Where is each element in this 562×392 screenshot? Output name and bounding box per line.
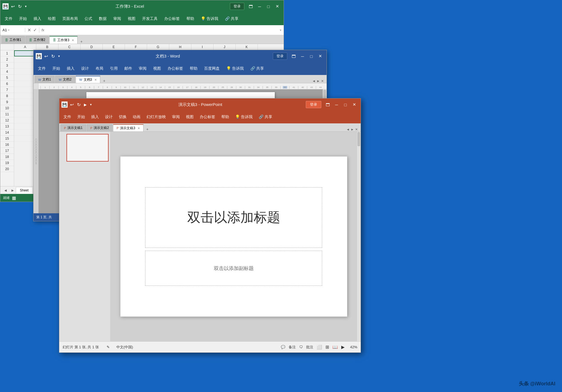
excel-menu-formula[interactable]: 公式 (81, 15, 96, 23)
row-5[interactable]: 5 (0, 75, 14, 81)
cell-A3[interactable] (14, 63, 36, 69)
row-20[interactable]: 20 (0, 166, 14, 172)
ppt-menu-view[interactable]: 视图 (183, 113, 197, 121)
excel-menu-officetab[interactable]: 办公标签 (161, 15, 183, 23)
row-11[interactable]: 11 (0, 111, 14, 117)
word-maximize-icon[interactable]: □ (307, 52, 315, 60)
ppt-login-button[interactable]: 登录 (306, 101, 321, 108)
word-menu-file[interactable]: 文件 (35, 64, 49, 73)
row-12[interactable]: 12 (0, 117, 14, 123)
excel-col-C[interactable]: C (58, 44, 81, 50)
word-menu-review[interactable]: 审阅 (135, 64, 150, 73)
word-tabs-scroll-left[interactable]: ◄ (312, 79, 315, 83)
excel-menu-start[interactable]: 开始 (16, 15, 30, 23)
excel-more-icon[interactable]: ▾ (24, 4, 27, 9)
word-menu-insert[interactable]: 插入 (63, 64, 78, 73)
ppt-minimize-icon[interactable]: ─ (332, 100, 341, 109)
ppt-tabs-scroll-right[interactable]: ► (351, 128, 354, 131)
excel-menu-review[interactable]: 审阅 (110, 15, 124, 23)
word-tab-2[interactable]: W 文档2 (55, 76, 75, 83)
ppt-slide-canvas[interactable]: 双击以添加标题 双击以添加副标题 (120, 156, 347, 317)
ppt-scroll-thumb-v[interactable] (358, 132, 360, 146)
ppt-comments-icon[interactable]: 🗨 (299, 345, 303, 349)
ppt-save-icon[interactable]: 💾 (61, 102, 68, 108)
excel-minimize-icon[interactable]: ─ (255, 2, 264, 11)
excel-menu-share[interactable]: 🔗 共享 (222, 15, 242, 23)
ppt-slide-thumbnail[interactable] (66, 134, 109, 162)
ppt-undo-icon[interactable]: ↩ (69, 101, 75, 108)
row-18[interactable]: 18 (0, 154, 14, 160)
ppt-menu-review[interactable]: 审阅 (169, 113, 183, 121)
row-7[interactable]: 7 (0, 87, 14, 93)
ppt-menu-help[interactable]: 帮助 (218, 113, 232, 121)
ppt-view-reader-icon[interactable]: 📖 (332, 344, 338, 350)
ppt-subtitle-box[interactable]: 双击以添加副标题 (145, 251, 322, 286)
row-2[interactable]: 2 (0, 56, 14, 63)
excel-save-icon[interactable]: 💾 (2, 3, 9, 9)
excel-col-F[interactable]: F (125, 44, 147, 50)
word-undo-icon[interactable]: ↩ (43, 53, 49, 60)
row-10[interactable]: 10 (0, 105, 14, 111)
excel-col-I[interactable]: I (191, 44, 214, 50)
excel-col-K[interactable]: K (236, 44, 258, 50)
ppt-menu-animation[interactable]: 动画 (130, 113, 143, 121)
excel-menu-dev[interactable]: 开发工具 (139, 15, 161, 23)
excel-menu-view[interactable]: 视图 (124, 15, 139, 23)
word-tabs-close-all[interactable]: ✕ (321, 79, 324, 83)
ppt-menu-share[interactable]: 🔗 共享 (256, 113, 275, 121)
word-tabs-scroll-right[interactable]: ► (317, 79, 320, 83)
excel-menu-file[interactable]: 文件 (1, 15, 16, 23)
word-menu-mail[interactable]: 邮件 (121, 64, 135, 73)
ppt-present-icon[interactable]: ▶ (83, 102, 88, 108)
ppt-notes-icon[interactable]: 💬 (281, 345, 285, 349)
row-8[interactable]: 8 (0, 93, 14, 99)
excel-tab-1[interactable]: 🗄 工作簿1 (1, 36, 25, 44)
word-tab3-close[interactable]: ✕ (94, 78, 97, 81)
row-16[interactable]: 16 (0, 142, 14, 148)
word-menu-view[interactable]: 视图 (150, 64, 164, 73)
word-tab-3[interactable]: W 文档3 ✕ (76, 76, 100, 83)
excel-tab-3[interactable]: 🗄 工作簿3 ✕ (49, 36, 78, 44)
ppt-view-grid-icon[interactable]: ⊞ (325, 344, 329, 350)
excel-cell-reference[interactable]: A1 ▾ (0, 28, 25, 32)
ppt-subtitle-placeholder[interactable]: 双击以添加副标题 (214, 265, 254, 272)
row-15[interactable]: 15 (0, 136, 14, 142)
row-13[interactable]: 13 (0, 123, 14, 129)
word-menu-share[interactable]: 🔗 共享 (247, 64, 267, 73)
word-menu-start[interactable]: 开始 (49, 64, 63, 73)
excel-menu-data[interactable]: 数据 (96, 15, 110, 23)
ppt-view-normal-icon[interactable]: ⬜ (317, 344, 322, 350)
word-menu-refs[interactable]: 引用 (107, 64, 121, 73)
word-menu-layout[interactable]: 布局 (92, 64, 107, 73)
excel-login-button[interactable]: 登录 (230, 3, 244, 10)
ppt-menu-officetab[interactable]: 办公标签 (197, 113, 218, 121)
excel-menu-insert[interactable]: 插入 (30, 15, 45, 23)
excel-col-G[interactable]: G (147, 44, 169, 50)
excel-tab3-close[interactable]: ✕ (72, 39, 74, 42)
excel-col-E[interactable]: E (103, 44, 125, 50)
ppt-redo-icon[interactable]: ↻ (76, 101, 81, 108)
sheet-tab-1[interactable]: Sheet (16, 187, 33, 194)
word-restore-icon[interactable]: 🗖 (289, 52, 298, 60)
ppt-tab-3[interactable]: P 演示文稿3 ✕ (113, 124, 143, 131)
excel-col-A[interactable]: A (14, 44, 36, 50)
ppt-tabs-close-all[interactable]: ✕ (355, 128, 358, 131)
excel-undo-icon[interactable]: ↩ (10, 3, 16, 10)
excel-menu-help[interactable]: 帮助 (183, 15, 197, 23)
ppt-menu-transition[interactable]: 切换 (116, 113, 130, 121)
excel-maximize-icon[interactable]: □ (264, 2, 273, 11)
ppt-tab3-close[interactable]: ✕ (138, 127, 140, 130)
ppt-tab-new[interactable]: + (144, 127, 151, 131)
ppt-maximize-icon[interactable]: □ (341, 100, 350, 109)
formula-confirm-icon[interactable]: ✓ (33, 27, 37, 33)
excel-menu-tellme[interactable]: 💡 告诉我 (197, 15, 222, 23)
sheet-nav-right[interactable]: ► (10, 188, 16, 193)
word-tab-1[interactable]: W 文档1 (35, 76, 55, 83)
excel-redo-icon[interactable]: ↻ (17, 3, 22, 10)
word-tab-new[interactable]: + (101, 79, 107, 83)
ppt-menu-slideshow[interactable]: 幻灯片放映 (143, 113, 169, 121)
excel-restore-icon[interactable]: 🗖 (247, 2, 255, 11)
excel-col-B[interactable]: B (36, 44, 58, 50)
row-19[interactable]: 19 (0, 160, 14, 166)
ppt-tab-2[interactable]: P 演示文稿2 (87, 124, 112, 131)
